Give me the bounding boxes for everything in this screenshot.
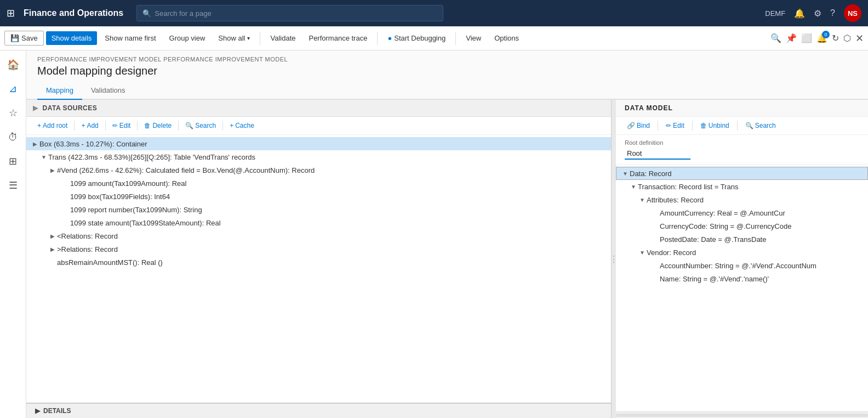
content-area: PERFORMANCE IMPROVEMENT MODEL PERFORMANC… <box>26 50 868 418</box>
dm-edit-btn[interactable]: ✏ Edit <box>661 120 689 131</box>
avatar[interactable]: NS <box>844 4 861 22</box>
dm-expand-icon[interactable]: ▼ <box>638 250 647 256</box>
dm-tree-row[interactable]: Name: String = @.'#Vend'.'name()' <box>616 272 868 285</box>
dm-bind-btn[interactable]: 🔗 Bind <box>623 120 654 131</box>
dm-search-btn[interactable]: 🔍 Search <box>741 120 780 131</box>
tree-row[interactable]: ▼ Trans (422.3ms - 68.53%)[265][Q:265]: … <box>26 150 611 163</box>
dm-unbind-btn[interactable]: 🗑 Unbind <box>696 120 734 131</box>
nav-home-icon[interactable]: 🏠 <box>3 55 23 75</box>
ds-collapse-btn[interactable]: ▶ <box>33 104 38 112</box>
dm-tree: ▼ Data: Record ▼ Transaction: Record lis… <box>616 165 868 411</box>
toolbar-separator-2 <box>377 32 378 45</box>
user-label: DEMF <box>765 9 785 18</box>
nav-filter-icon[interactable]: ⊿ <box>3 79 23 99</box>
show-all-button[interactable]: Show all ▾ <box>213 31 255 45</box>
global-search-bar[interactable]: 🔍 <box>136 5 443 21</box>
panel-resize-handle[interactable] <box>612 100 616 418</box>
ds-toolbar: + Add root + Add ✏ Edit 🗑 <box>26 117 611 135</box>
dm-expand-icon[interactable]: ▼ <box>629 184 638 190</box>
details-expand-btn[interactable]: ▶ <box>35 407 40 415</box>
dm-tree-row[interactable]: ▼ Transaction: Record list = Trans <box>616 180 868 193</box>
tree-row[interactable]: absRemainAmountMST(): Real () <box>26 256 611 269</box>
left-nav: 🏠 ⊿ ☆ ⏱ ⊞ ☰ <box>0 50 26 418</box>
search-input[interactable] <box>155 9 437 18</box>
search-icon: 🔍 <box>142 9 151 18</box>
ds-edit-btn[interactable]: ✏ Edit <box>108 120 135 131</box>
data-model-header: DATA MODEL <box>616 100 868 117</box>
data-sources-panel: ▶ DATA SOURCES + Add root + Add <box>26 100 612 418</box>
dm-tree-row[interactable]: ▼ Data: Record <box>616 167 868 180</box>
toolbar-close-icon[interactable]: ✕ <box>855 32 864 44</box>
nav-favorites-icon[interactable]: ☆ <box>3 103 23 123</box>
view-button[interactable]: View <box>460 31 487 45</box>
dm-tree-row[interactable]: ▼ Vendor: Record <box>616 246 868 259</box>
tree-row[interactable]: ▶ Box (63.3ms - 10.27%): Container <box>26 137 611 150</box>
ds-add-root-btn[interactable]: + Add root <box>33 120 72 131</box>
settings-icon[interactable]: ⚙ <box>814 8 821 19</box>
app-title: Finance and Operations <box>24 8 123 18</box>
toolbar-open-icon[interactable]: ⬡ <box>843 33 851 43</box>
toolbar-refresh-icon[interactable]: ↻ <box>832 33 839 43</box>
top-nav-right: DEMF 🔔 ⚙ ? NS <box>765 4 861 22</box>
dm-expand-icon[interactable]: ▼ <box>638 197 647 203</box>
dm-toolbar: 🔗 Bind ✏ Edit 🗑 Unbind 🔍 <box>616 117 868 135</box>
ds-tree: ▶ Box (63.3ms - 10.27%): Container ▼ Tra… <box>26 135 611 403</box>
save-icon: 💾 <box>10 34 19 42</box>
toolbar-search-icon[interactable]: 🔍 <box>770 33 781 43</box>
details-section: ▶ DETAILS <box>26 403 611 418</box>
tree-row[interactable]: 1099 amount(Tax1099Amount): Real <box>26 177 611 190</box>
nav-recent-icon[interactable]: ⏱ <box>3 127 23 147</box>
tree-row[interactable]: ▶ >Relations: Record <box>26 242 611 256</box>
root-definition-label: Root definition <box>625 139 859 146</box>
show-name-first-button[interactable]: Show name first <box>99 31 161 45</box>
page-title: Model mapping designer <box>26 63 868 82</box>
toolbar-separator-3 <box>455 32 456 45</box>
start-debugging-button[interactable]: ● Start Debugging <box>382 31 451 45</box>
grid-icon[interactable]: ⊞ <box>7 7 15 19</box>
tree-row[interactable]: 1099 box(Tax1099Fields): Int64 <box>26 190 611 203</box>
save-button[interactable]: 💾 Save <box>4 31 44 46</box>
tabs-bar: Mapping Validations <box>26 82 868 100</box>
dm-tree-row[interactable]: AmountCurrency: Real = @.AmountCur <box>616 206 868 219</box>
expand-icon[interactable]: ▼ <box>39 154 48 160</box>
ds-cache-btn[interactable]: + Cache <box>225 120 259 131</box>
expand-icon[interactable]: ▶ <box>48 233 57 239</box>
performance-trace-button[interactable]: Performance trace <box>303 31 373 45</box>
tab-validations[interactable]: Validations <box>82 82 134 100</box>
group-view-button[interactable]: Group view <box>164 31 211 45</box>
main-layout: 🏠 ⊿ ☆ ⏱ ⊞ ☰ PERFORMANCE IMPROVEMENT MODE… <box>0 50 868 418</box>
expand-icon[interactable]: ▶ <box>31 141 39 147</box>
expand-icon[interactable]: ▶ <box>48 246 57 252</box>
toolbar: 💾 Save Show details Show name first Grou… <box>0 26 868 50</box>
toolbar-extension-icon[interactable]: ⬜ <box>801 33 812 43</box>
nav-modules-icon[interactable]: ⊞ <box>3 151 23 171</box>
validate-button[interactable]: Validate <box>265 31 301 45</box>
tree-row[interactable]: 1099 state amount(Tax1099StateAmount): R… <box>26 216 611 229</box>
ds-delete-btn[interactable]: 🗑 Delete <box>140 120 176 131</box>
data-sources-header: ▶ DATA SOURCES <box>26 100 611 117</box>
dm-tree-row[interactable]: AccountNumber: String = @.'#Vend'.Accoun… <box>616 259 868 272</box>
tab-mapping[interactable]: Mapping <box>37 82 82 100</box>
help-icon[interactable]: ? <box>830 8 835 18</box>
expand-icon[interactable]: ▶ <box>48 167 57 173</box>
show-all-dropdown-arrow: ▾ <box>247 35 250 41</box>
notification-icon[interactable]: 🔔 <box>794 8 805 19</box>
root-definition-input[interactable] <box>625 148 690 160</box>
toolbar-separator-1 <box>260 32 260 45</box>
data-model-panel: DATA MODEL 🔗 Bind ✏ Edit 🗑 Unbind <box>616 100 868 418</box>
dm-tree-row[interactable]: PostedDate: Date = @.TransDate <box>616 233 868 246</box>
options-button[interactable]: Options <box>489 31 524 45</box>
tree-row[interactable]: 1099 report number(Tax1099Num): String <box>26 203 611 216</box>
nav-list-icon[interactable]: ☰ <box>3 176 23 195</box>
ds-add-btn[interactable]: + Add <box>77 120 102 131</box>
dm-tree-row[interactable]: CurrencyCode: String = @.CurrencyCode <box>616 219 868 233</box>
dm-expand-icon[interactable]: ▼ <box>621 171 630 177</box>
tree-row[interactable]: ▶ #Vend (262.6ms - 42.62%): Calculated f… <box>26 163 611 177</box>
ds-search-btn[interactable]: 🔍 Search <box>181 120 220 131</box>
toolbar-badge-icon[interactable]: 🔔0 <box>816 33 827 43</box>
dm-tree-row[interactable]: ▼ Attributes: Record <box>616 193 868 206</box>
top-nav: ⊞ Finance and Operations 🔍 DEMF 🔔 ⚙ ? NS <box>0 0 868 26</box>
show-details-button[interactable]: Show details <box>46 31 98 45</box>
tree-row[interactable]: ▶ <Relations: Record <box>26 229 611 242</box>
toolbar-pin-icon[interactable]: 📌 <box>786 33 797 43</box>
